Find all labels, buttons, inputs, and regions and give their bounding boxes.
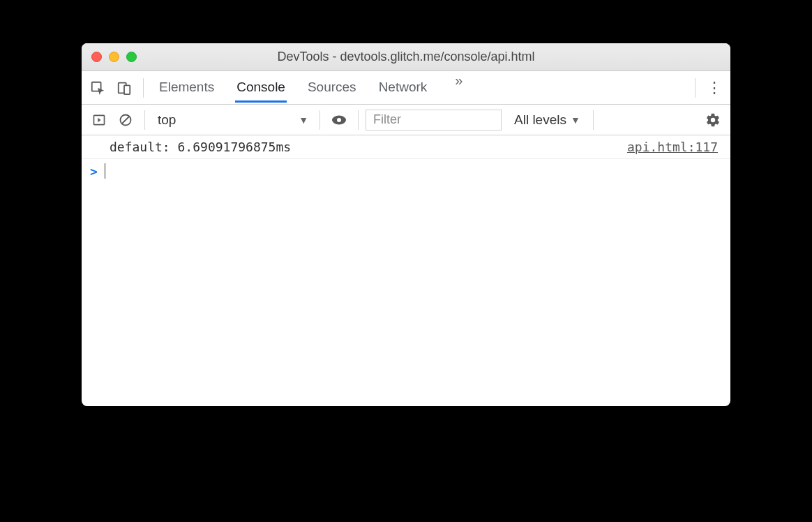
log-row: default: 6.69091796875ms api.html:117	[82, 135, 730, 159]
svg-rect-2	[124, 85, 130, 94]
log-levels-selector[interactable]: All levels ▼	[514, 112, 580, 128]
inspect-element-icon[interactable]	[86, 76, 110, 100]
separator	[695, 78, 696, 98]
maximize-window-button[interactable]	[126, 52, 137, 62]
separator	[144, 110, 145, 130]
device-toolbar-icon[interactable]	[112, 76, 136, 100]
main-tabbar: Elements Console Sources Network » ⋮	[82, 71, 730, 105]
live-expression-icon[interactable]	[327, 108, 351, 132]
close-window-button[interactable]	[91, 52, 102, 62]
window-title: DevTools - devtools.glitch.me/console/ap…	[91, 50, 721, 64]
minimize-window-button[interactable]	[109, 52, 119, 62]
prompt-chevron-icon: >	[90, 164, 98, 179]
context-label: top	[158, 112, 176, 128]
console-prompt[interactable]: >	[82, 159, 730, 183]
separator	[358, 110, 359, 130]
context-selector[interactable]: top ▼	[152, 112, 313, 128]
toggle-sidebar-icon[interactable]	[87, 108, 111, 132]
console-toolbar: top ▼ All levels ▼	[82, 105, 730, 135]
tab-console[interactable]: Console	[235, 73, 287, 103]
console-settings-icon[interactable]	[701, 108, 725, 132]
chevron-down-icon: ▼	[571, 114, 580, 126]
tab-sources[interactable]: Sources	[306, 73, 358, 103]
svg-line-5	[122, 117, 129, 124]
more-tabs-icon[interactable]: »	[448, 73, 469, 103]
clear-console-icon[interactable]	[114, 108, 137, 132]
log-message: default: 6.69091796875ms	[110, 140, 291, 154]
filter-input[interactable]	[366, 110, 502, 130]
svg-point-7	[337, 118, 341, 122]
devtools-window: DevTools - devtools.glitch.me/console/ap…	[82, 43, 730, 406]
console-output: default: 6.69091796875ms api.html:117 >	[82, 135, 730, 406]
separator	[143, 78, 144, 98]
tab-network[interactable]: Network	[377, 73, 429, 103]
text-cursor	[105, 163, 105, 179]
separator	[593, 110, 594, 130]
settings-menu-icon[interactable]: ⋮	[702, 76, 726, 100]
window-titlebar: DevTools - devtools.glitch.me/console/ap…	[82, 43, 730, 71]
chevron-down-icon: ▼	[299, 114, 308, 126]
levels-label: All levels	[514, 112, 566, 128]
tab-elements[interactable]: Elements	[158, 73, 216, 103]
separator	[319, 110, 320, 130]
log-source-link[interactable]: api.html:117	[627, 140, 718, 154]
traffic-lights	[91, 52, 137, 62]
panel-tabs: Elements Console Sources Network »	[158, 73, 688, 103]
